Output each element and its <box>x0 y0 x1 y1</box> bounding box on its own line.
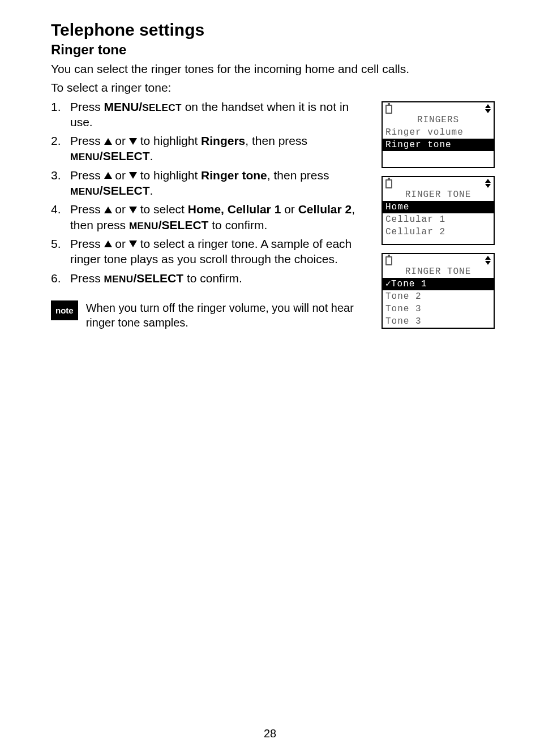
step-text: to select <box>137 203 188 216</box>
lcd-status-bar <box>383 102 494 115</box>
updown-icon <box>485 179 491 188</box>
step-text: Press <box>70 134 104 147</box>
page-heading: Telephone settings <box>51 20 506 40</box>
up-arrow-icon <box>104 172 112 179</box>
select-label: /SELECT <box>100 184 150 197</box>
select-label: /SELECT <box>100 149 150 162</box>
step-text: Press <box>70 237 104 250</box>
note-block: note When you turn off the ringer volume… <box>51 300 371 330</box>
step-text: or <box>112 134 129 147</box>
battery-icon <box>385 256 392 265</box>
page-number: 28 <box>0 727 540 740</box>
intro-line-1: You can select the ringer tones for the … <box>51 61 506 76</box>
manual-page: Telephone settings Ringer tone You can s… <box>0 0 540 756</box>
battery-icon <box>385 105 392 114</box>
lcd-row-text: Tone 1 <box>391 279 427 289</box>
down-arrow-icon <box>129 207 137 213</box>
lcd-row: Tone 2 <box>383 290 494 303</box>
step-2: Press or to highlight Ringers, then pres… <box>51 133 371 164</box>
section-subheading: Ringer tone <box>51 42 506 58</box>
step-text: or <box>112 237 129 250</box>
options-label: Home, Cellular 1 <box>188 203 281 216</box>
up-arrow-icon <box>104 138 112 145</box>
instructions-column: Press MENU/SELECT on the handset when it… <box>51 99 382 330</box>
ringers-label: Ringers <box>201 134 245 147</box>
menu-label: MENU <box>70 186 100 197</box>
select-label: /SELECT <box>133 272 183 285</box>
step-6: Press MENU/SELECT to confirm. <box>51 270 371 286</box>
lcd-title: RINGER TONE <box>383 190 494 201</box>
lcd-row-selected: Ringer tone <box>383 139 494 151</box>
lcd-row: Ringer volume <box>383 126 494 139</box>
menu-label: MENU <box>70 151 100 162</box>
step-1: Press MENU/SELECT on the handset when it… <box>51 99 371 130</box>
lcd-title: RINGERS <box>383 115 494 126</box>
menu-label: MENU <box>104 273 134 285</box>
screens-column: RINGERS Ringer volume Ringer tone RINGER… <box>382 99 506 337</box>
content-columns: Press MENU/SELECT on the handset when it… <box>51 99 506 337</box>
select-label: /SELECT <box>158 218 209 231</box>
steps-list: Press MENU/SELECT on the handset when it… <box>51 99 371 286</box>
lcd-padding <box>383 238 494 244</box>
up-arrow-icon <box>104 207 112 213</box>
lcd-row: Tone 3 <box>383 303 494 315</box>
menu-label: MENU/ <box>104 100 143 113</box>
lcd-title: RINGER TONE <box>383 267 494 278</box>
step-text: or <box>281 203 298 216</box>
lcd-status-bar <box>383 177 494 190</box>
step-text: to confirm. <box>183 272 242 285</box>
step-text: , then press <box>245 134 307 147</box>
ringer-tone-label: Ringer tone <box>201 169 267 182</box>
period: . <box>150 184 153 197</box>
updown-icon <box>485 104 491 113</box>
step-text: Press <box>70 169 104 182</box>
lcd-status-bar <box>383 254 494 267</box>
select-label: SELECT <box>142 102 182 113</box>
step-5: Press or to select a ringer tone. A samp… <box>51 236 371 267</box>
down-arrow-icon <box>129 172 137 179</box>
step-text: or <box>112 169 129 182</box>
step-text: to highlight <box>137 169 201 182</box>
step-text: or <box>112 203 129 216</box>
lcd-screen-ringer-tone-tones: RINGER TONE ✓Tone 1 Tone 2 Tone 3 Tone 3 <box>382 253 495 329</box>
step-3: Press or to highlight Ringer tone, then … <box>51 167 371 199</box>
step-text: Press <box>70 100 104 113</box>
checkmark-icon: ✓ <box>385 278 391 290</box>
lcd-screen-ringers: RINGERS Ringer volume Ringer tone <box>382 101 495 168</box>
cellular2-label: Cellular 2 <box>298 203 352 216</box>
lcd-padding <box>383 151 494 167</box>
lcd-row-selected: Home <box>383 201 494 213</box>
step-text: Press <box>70 203 104 216</box>
battery-icon <box>385 179 392 188</box>
step-text: to highlight <box>137 134 201 147</box>
step-text: , then press <box>267 169 329 182</box>
up-arrow-icon <box>104 240 112 247</box>
lcd-row: Tone 3 <box>383 315 494 328</box>
note-badge: note <box>51 300 78 320</box>
intro-line-2: To select a ringer tone: <box>51 80 506 95</box>
step-text: Press <box>70 272 104 285</box>
step-text: to confirm. <box>208 218 267 231</box>
note-text: When you turn off the ringer volume, you… <box>86 300 371 330</box>
updown-icon <box>485 256 491 265</box>
step-4: Press or to select Home, Cellular 1 or C… <box>51 201 371 233</box>
lcd-row: Cellular 2 <box>383 226 494 238</box>
lcd-row: Cellular 1 <box>383 213 494 226</box>
lcd-row-selected: ✓Tone 1 <box>383 278 494 290</box>
down-arrow-icon <box>129 240 137 247</box>
down-arrow-icon <box>129 138 137 145</box>
menu-label: MENU <box>129 220 158 231</box>
lcd-screen-ringer-tone-lines: RINGER TONE Home Cellular 1 Cellular 2 <box>382 176 495 245</box>
period: . <box>150 149 153 162</box>
